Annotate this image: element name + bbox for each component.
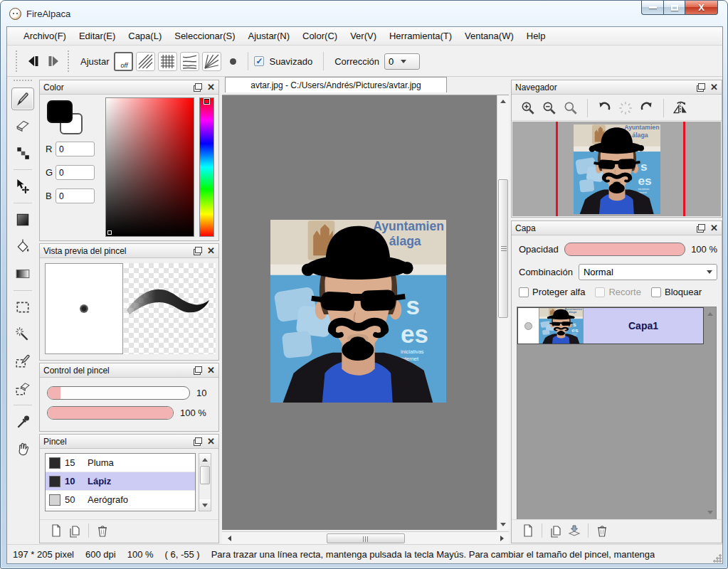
close-panel-icon[interactable]: ✕ <box>710 223 718 233</box>
rotation-reset-button[interactable] <box>615 98 636 118</box>
snap-grid-button[interactable] <box>158 52 177 71</box>
close-panel-icon[interactable]: ✕ <box>207 246 215 255</box>
brush-row-aerografo[interactable]: 50 Aerógrafo <box>46 491 195 509</box>
menu-editar[interactable]: Editar(E) <box>73 28 122 44</box>
canvas[interactable]: Ayuntamien álaga s es iniciativas intern… <box>222 95 497 530</box>
hue-slider[interactable] <box>199 97 214 237</box>
menu-seleccionar[interactable]: Seleccionar(S) <box>168 28 241 44</box>
delete-layer-button[interactable] <box>593 521 611 540</box>
tool-dot[interactable] <box>11 142 34 164</box>
tool-eyedropper[interactable] <box>11 410 34 433</box>
tool-select-eraser[interactable] <box>11 377 34 400</box>
scroll-down-button[interactable] <box>199 499 211 511</box>
zoom-out-button[interactable] <box>539 98 560 118</box>
saturation-value-picker[interactable] <box>105 97 194 237</box>
brush-row-partial[interactable] <box>46 509 195 511</box>
flip-horizontal-button[interactable] <box>670 98 691 118</box>
layer-visibility-cell[interactable] <box>518 308 539 344</box>
tool-eraser[interactable] <box>11 115 34 137</box>
float-panel-icon[interactable] <box>194 247 202 255</box>
menu-ver[interactable]: Ver(V) <box>344 28 383 44</box>
tool-magic-wand[interactable] <box>11 323 34 346</box>
brush-size-slider[interactable] <box>47 386 190 400</box>
blend-dropdown[interactable]: Normal <box>579 264 717 280</box>
vscroll-thumb[interactable] <box>498 179 508 318</box>
menu-help[interactable]: Help <box>520 28 552 44</box>
document-tab[interactable]: avtar.jpg - C:/Users/Andrés/Pictures/avt… <box>225 77 447 92</box>
suavizado-checkbox[interactable]: ✓ <box>254 56 264 66</box>
hscroll-thumb[interactable] <box>327 533 405 543</box>
red-input[interactable] <box>56 142 95 156</box>
layer-scroll-up[interactable] <box>705 309 714 319</box>
tool-hand[interactable] <box>11 437 34 460</box>
zoom-reset-button[interactable] <box>560 98 581 118</box>
rotate-right-button[interactable] <box>636 98 658 118</box>
close-panel-icon[interactable]: ✕ <box>207 437 215 446</box>
canvas-hscrollbar[interactable] <box>222 531 509 544</box>
new-layer-button[interactable] <box>519 521 537 540</box>
scroll-down-button[interactable] <box>497 519 509 530</box>
menu-herramienta[interactable]: Herramienta(T) <box>383 28 458 44</box>
toolbar-grip-2[interactable] <box>68 50 71 72</box>
scroll-thumb[interactable] <box>200 466 210 484</box>
menu-capa[interactable]: Capa(L) <box>122 28 168 44</box>
brush-row-lapiz[interactable]: 10 Lápiz <box>46 472 195 491</box>
snap-radial-button[interactable] <box>202 52 221 71</box>
menu-ajustar[interactable]: Ajustar(N) <box>241 28 296 44</box>
undo-button[interactable] <box>23 51 43 71</box>
float-panel-icon[interactable] <box>194 366 202 375</box>
close-button[interactable]: X <box>685 1 718 15</box>
menu-color[interactable]: Color(C) <box>296 28 344 44</box>
layer-scroll-down[interactable] <box>705 508 714 517</box>
new-brush-button[interactable] <box>47 521 65 540</box>
tool-select-pen[interactable] <box>11 350 34 373</box>
brush-list-scrollbar[interactable] <box>199 453 211 511</box>
snap-off-button[interactable]: off <box>114 52 133 71</box>
navigator-view[interactable]: Ayuntamien álaga s es iniciativas intern… <box>512 122 721 216</box>
float-panel-icon[interactable] <box>194 437 202 446</box>
float-panel-icon[interactable] <box>194 83 202 92</box>
toolstrip-grip[interactable] <box>14 80 32 81</box>
resize-grip[interactable] <box>712 553 722 563</box>
title-bar[interactable]: FireAlpaca <box>1 1 727 26</box>
scroll-right-button[interactable] <box>496 533 507 543</box>
close-panel-icon[interactable]: ✕ <box>207 366 215 375</box>
layer-row-capa1[interactable]: Ayuntamien álaga s es iniciativas intern… <box>517 307 704 344</box>
lock-checkbox[interactable] <box>651 287 661 297</box>
opacity-slider[interactable] <box>564 243 685 256</box>
green-input[interactable] <box>56 165 95 180</box>
zoom-in-button[interactable] <box>517 98 539 118</box>
menu-ventana[interactable]: Ventana(W) <box>458 28 520 44</box>
tool-fill-square[interactable] <box>11 208 34 231</box>
foreground-color-swatch[interactable] <box>47 100 73 123</box>
float-panel-icon[interactable] <box>697 83 705 92</box>
scroll-left-button[interactable] <box>223 533 235 543</box>
scroll-up-button[interactable] <box>497 95 509 107</box>
clipping-checkbox[interactable] <box>595 287 605 297</box>
delete-brush-button[interactable] <box>93 521 112 540</box>
menu-archivo[interactable]: Archivo(F) <box>17 28 73 44</box>
tool-select-rectangle[interactable] <box>11 296 34 319</box>
duplicate-layer-button[interactable] <box>547 521 565 540</box>
tool-pen[interactable] <box>11 87 34 110</box>
tool-paint-bucket[interactable] <box>11 235 34 258</box>
float-panel-icon[interactable] <box>697 224 705 233</box>
tool-gradient[interactable] <box>11 262 34 285</box>
restore-button[interactable] <box>663 1 685 15</box>
brush-opacity-slider[interactable] <box>47 406 174 420</box>
canvas-image[interactable]: Ayuntamien álaga s es iniciativas intern… <box>270 220 446 403</box>
merge-down-button[interactable] <box>565 521 584 540</box>
toolbar-grip[interactable] <box>16 50 19 72</box>
close-panel-icon[interactable]: ✕ <box>710 83 718 92</box>
snap-vanishing-point-dot-icon[interactable] <box>230 58 236 65</box>
rotate-left-button[interactable] <box>594 98 615 118</box>
brush-row-pluma[interactable]: 15 Pluma <box>46 454 195 472</box>
close-panel-icon[interactable]: ✕ <box>207 83 215 92</box>
duplicate-brush-button[interactable] <box>65 521 84 540</box>
redo-button[interactable] <box>43 51 63 71</box>
blue-input[interactable] <box>56 188 95 203</box>
canvas-vscrollbar[interactable] <box>497 95 509 530</box>
protect-alpha-checkbox[interactable] <box>519 287 529 297</box>
snap-parallel-button[interactable] <box>136 52 155 71</box>
snap-converge-button[interactable] <box>180 52 199 71</box>
